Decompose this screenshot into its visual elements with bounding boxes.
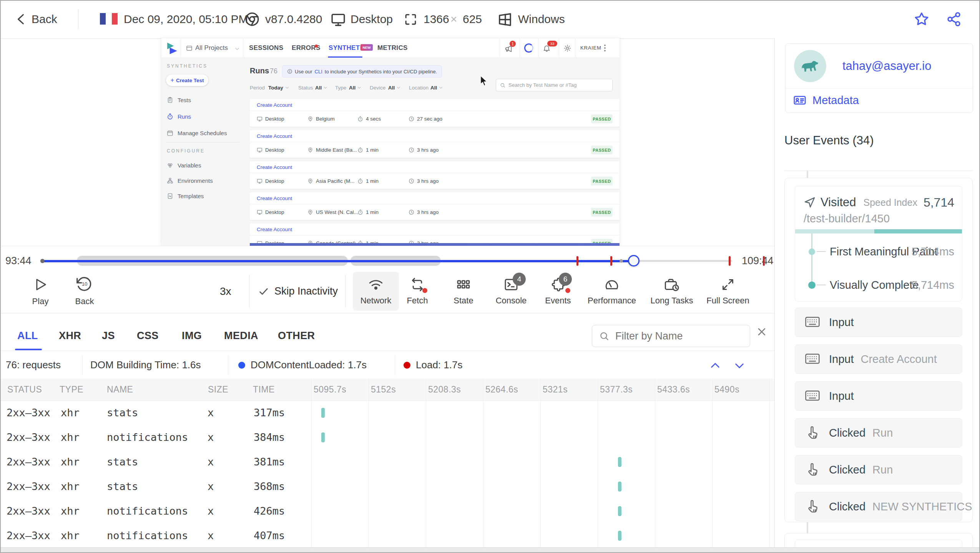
vc-dot [808, 281, 816, 289]
sidebar-item-tests[interactable]: Tests [167, 95, 191, 104]
project-selector[interactable]: All Projects [184, 38, 243, 58]
page-title: Runs [250, 66, 269, 75]
back-chevron-icon[interactable] [16, 13, 26, 26]
announcements-badge: 1 [510, 41, 516, 47]
network-panel: ALL XHR JS CSS IMG MEDIA OTHER 76: reque… [0, 313, 774, 548]
share-icon[interactable] [946, 12, 962, 27]
app-bottom-bar [250, 243, 620, 246]
network-toggle[interactable]: Network [353, 272, 399, 311]
test-name-link[interactable]: Create Account [257, 192, 292, 204]
sidebar-divider [166, 142, 239, 142]
state-toggle[interactable]: State [440, 272, 487, 311]
tick-label: 5377.3s [600, 379, 633, 401]
back-button[interactable]: Back [32, 0, 57, 38]
tab-other[interactable]: OTHER [278, 327, 315, 344]
metadata-button[interactable]: Metadata [793, 88, 859, 112]
tab-all[interactable]: ALL [17, 327, 38, 344]
run-card[interactable]: Create Account Desktop Canada (Central).… [250, 224, 620, 246]
status-badge: PASSED [591, 208, 613, 217]
console-toggle[interactable]: Console 4 [488, 272, 534, 311]
app-top-nav: All Projects SESSIONS ERRORS SYNTHETICS … [161, 38, 620, 58]
tab-xhr[interactable]: XHR [59, 327, 81, 344]
search-input[interactable]: Search by Test Name or #Tag [496, 79, 613, 91]
long-tasks-toggle[interactable]: Long Tasks [649, 272, 695, 311]
check-icon [258, 286, 269, 297]
event-clicked[interactable]: ClickedNEW SYNTHETICS [795, 492, 962, 521]
cli-link[interactable]: CLI [315, 69, 322, 75]
event-input[interactable]: InputCreate Account [795, 344, 962, 374]
sidebar-item-environments[interactable]: Environments [167, 176, 213, 185]
sidebar-item-manage-schedules[interactable]: Manage Schedules [167, 128, 227, 137]
visited-card[interactable]: Visited Speed Index 5,714 /test-builder/… [795, 186, 962, 301]
run-card[interactable]: Create Account Desktop US West (N. Cal..… [250, 192, 620, 220]
monitor-icon [331, 12, 346, 27]
filter-status[interactable]: Status [298, 81, 313, 94]
table-row[interactable]: 2xx–3xxxhr notificationsx 407ms [0, 523, 774, 548]
tab-metrics[interactable]: METRICS [377, 38, 408, 58]
tab-css[interactable]: CSS [137, 327, 159, 344]
col-status: STATUS [7, 379, 42, 401]
run-card[interactable]: Create Account Desktop Belgium 4 secs 27… [250, 99, 620, 127]
resolution-icon [404, 12, 418, 26]
horizontal-scrollbar[interactable] [0, 547, 980, 553]
test-name-link[interactable]: Create Account [257, 161, 292, 173]
user-email[interactable]: tahay@asayer.io [842, 44, 931, 88]
run-card[interactable]: Create Account Desktop Middle East (Ba..… [250, 130, 620, 158]
playhead[interactable] [628, 255, 639, 267]
filter-type[interactable]: Type [335, 81, 346, 94]
sidebar-item-runs[interactable]: Runs [167, 112, 191, 121]
favorite-star-icon[interactable] [914, 12, 929, 27]
skip-inactivity-toggle[interactable]: Skip Inactivity [258, 270, 338, 313]
settings-gear-icon[interactable] [563, 44, 571, 52]
timeline-track[interactable] [42, 246, 732, 270]
tab-sessions[interactable]: SESSIONS [249, 38, 283, 58]
chrome-icon [244, 12, 260, 27]
user-menu[interactable]: KRAIEM [580, 38, 601, 58]
table-row[interactable]: 2xx–3xxxhr notificationsx 384ms [0, 425, 774, 450]
fmp-value: 5,714ms [912, 244, 954, 259]
filter-device[interactable]: Device [370, 81, 385, 94]
table-row[interactable]: 2xx–3xxxhr notificationsx 426ms [0, 499, 774, 523]
run-card[interactable]: Create Account Desktop Asia Pacific (M..… [250, 161, 620, 189]
event-clicked[interactable]: ClickedRun [795, 418, 962, 447]
event-input[interactable]: Input [795, 381, 962, 411]
hyena-icon [799, 58, 821, 75]
filter-location[interactable]: Location [409, 81, 429, 94]
full-screen-toggle[interactable]: Full Screen [705, 272, 751, 311]
sidebar-item-templates[interactable]: Templates [167, 191, 204, 200]
event-clicked[interactable]: ClickedRun [795, 455, 962, 484]
play-button[interactable]: Play [17, 272, 63, 311]
tab-errors[interactable]: ERRORS [292, 38, 321, 58]
back-10-button[interactable]: 10 Back [61, 272, 108, 311]
filter-period[interactable]: Period [250, 81, 265, 94]
load-dot [404, 362, 410, 369]
table-row[interactable]: 2xx–3xxxhr statsx 381ms [0, 450, 774, 474]
sidebar-item-variables[interactable]: Variables [167, 161, 201, 170]
speed-toggle[interactable]: 3x [220, 270, 231, 313]
event-input[interactable]: Input [795, 308, 962, 337]
event-dot [620, 259, 623, 263]
events-toggle[interactable]: Events 6 [535, 272, 581, 311]
france-flag-icon [100, 13, 118, 25]
waterfall-bar [618, 482, 621, 492]
filter-input[interactable] [615, 330, 731, 343]
table-header: STATUS TYPE NAME SIZE TIME 5095.7s 5152s… [0, 379, 774, 401]
create-test-button[interactable]: + Create Test [166, 75, 208, 86]
table-row[interactable]: 2xx–3xxxhr statsx 368ms [0, 474, 774, 499]
wifi-icon [367, 277, 384, 292]
jump-up-icon[interactable] [709, 359, 721, 372]
close-icon[interactable] [756, 326, 768, 338]
kebab-menu-icon[interactable] [604, 45, 606, 51]
test-name-link[interactable]: Create Account [257, 224, 292, 235]
test-name-link[interactable]: Create Account [257, 99, 292, 111]
tab-js[interactable]: JS [102, 327, 115, 344]
tab-img[interactable]: IMG [182, 327, 202, 344]
filter-box[interactable] [592, 325, 750, 347]
performance-toggle[interactable]: Performance [589, 272, 635, 311]
tab-media[interactable]: MEDIA [224, 327, 258, 344]
jump-down-icon[interactable] [733, 359, 746, 372]
table-row[interactable]: 2xx–3xxxhr statsx 317ms [0, 401, 774, 425]
network-summary-row: 76: requests DOM Building Time: 1.6s DOM… [0, 351, 774, 379]
test-name-link[interactable]: Create Account [257, 130, 292, 142]
fetch-toggle[interactable]: Fetch [394, 272, 440, 311]
